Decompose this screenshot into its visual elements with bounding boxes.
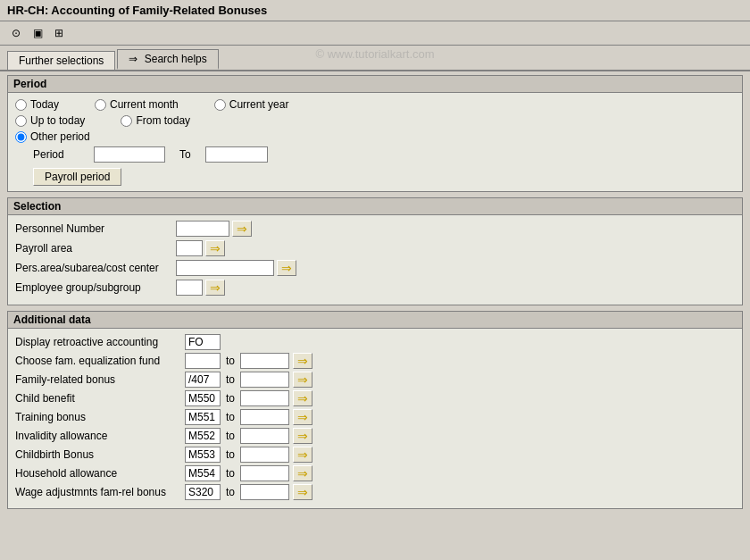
tab-search-helps[interactable]: ⇒ Search helps xyxy=(117,49,218,70)
selection-body: Personnel Number ⇒ Payroll area ⇒ Pers.a… xyxy=(8,215,742,305)
payroll-btn-row: Payroll period xyxy=(33,168,735,186)
to-label: To xyxy=(179,148,191,161)
sel-input-1[interactable] xyxy=(176,240,203,256)
additional-body: Display retroactive accountingChoose fam… xyxy=(8,329,742,508)
sel-label-2: Pers.area/subarea/cost center xyxy=(15,262,176,274)
sel-arrow-1[interactable]: ⇒ xyxy=(205,240,225,256)
add-input1-2[interactable] xyxy=(185,372,221,388)
add-arrow-2[interactable]: ⇒ xyxy=(293,372,312,388)
sel-row-2: Pers.area/subarea/cost center ⇒ xyxy=(15,260,735,276)
sel-input-0[interactable] xyxy=(176,221,229,237)
add-input2-6[interactable] xyxy=(240,447,289,463)
selection-section: Selection Personnel Number ⇒ Payroll are… xyxy=(7,197,743,305)
sel-arrow-0[interactable]: ⇒ xyxy=(232,221,252,237)
add-to-3: to xyxy=(226,392,235,405)
add-input2-7[interactable] xyxy=(240,465,289,481)
add-to-1: to xyxy=(226,355,235,367)
add-arrow-5[interactable]: ⇒ xyxy=(293,428,312,444)
add-input2-5[interactable] xyxy=(240,428,289,444)
radio-from-today[interactable]: From today xyxy=(121,114,190,127)
add-arrow-4[interactable]: ⇒ xyxy=(293,409,312,425)
add-label-0: Display retroactive accounting xyxy=(15,336,185,348)
add-to-8: to xyxy=(226,486,235,498)
save-icon[interactable]: ▣ xyxy=(29,24,46,42)
add-input2-2[interactable] xyxy=(240,372,289,388)
period-body: Today Current month Current year Up to t… xyxy=(8,93,742,191)
add-input1-4[interactable] xyxy=(185,409,221,425)
add-input1-0[interactable] xyxy=(185,334,221,350)
add-row-7: Household allowanceto⇒ xyxy=(15,465,735,481)
toolbar: ⊙ ▣ ⊞ xyxy=(0,21,750,46)
sel-row-1: Payroll area ⇒ xyxy=(15,240,735,256)
add-arrow-3[interactable]: ⇒ xyxy=(293,390,312,406)
tab-arrow-icon: ⇒ xyxy=(129,53,138,65)
add-label-2: Family-related bonus xyxy=(15,373,185,386)
additional-header: Additional data xyxy=(8,312,742,329)
add-label-4: Training bonus xyxy=(15,411,185,423)
add-input2-3[interactable] xyxy=(240,390,289,406)
sel-row-3: Employee group/subgroup ⇒ xyxy=(15,280,735,296)
sel-input-2[interactable] xyxy=(176,260,274,276)
period-row3: Other period xyxy=(15,130,735,143)
period-label: Period xyxy=(33,148,87,161)
add-input1-6[interactable] xyxy=(185,447,221,463)
title-bar: HR-CH: Accounting of Family-Related Bonu… xyxy=(0,0,750,21)
add-label-8: Wage adjustmnts fam-rel bonus xyxy=(15,486,185,498)
add-to-2: to xyxy=(226,373,235,386)
selection-header: Selection xyxy=(8,198,742,215)
add-arrow-6[interactable]: ⇒ xyxy=(293,447,312,463)
add-input1-8[interactable] xyxy=(185,484,221,500)
radio-current-month[interactable]: Current month xyxy=(95,98,179,111)
period-to-input[interactable] xyxy=(205,146,268,163)
period-section: Period Today Current month Current year xyxy=(7,75,743,192)
add-arrow-8[interactable]: ⇒ xyxy=(293,484,312,500)
radio-other-period[interactable]: Other period xyxy=(15,130,90,143)
add-arrow-7[interactable]: ⇒ xyxy=(293,465,312,481)
main-content: Period Today Current month Current year xyxy=(0,71,750,518)
add-row-6: Childbirth Bonusto⇒ xyxy=(15,447,735,463)
add-row-4: Training bonusto⇒ xyxy=(15,409,735,425)
sel-input-3[interactable] xyxy=(176,280,203,296)
radio-today[interactable]: Today xyxy=(15,98,59,111)
period-from-input[interactable] xyxy=(94,146,165,163)
add-row-2: Family-related bonusto⇒ xyxy=(15,372,735,388)
sel-arrow-3[interactable]: ⇒ xyxy=(205,280,225,296)
add-row-0: Display retroactive accounting xyxy=(15,334,735,350)
back-icon[interactable]: ⊙ xyxy=(7,24,25,42)
add-input2-1[interactable] xyxy=(240,353,289,369)
grid-icon[interactable]: ⊞ xyxy=(50,24,68,42)
period-from-row: Period To xyxy=(33,146,735,163)
add-label-3: Child benefit xyxy=(15,392,185,405)
add-row-3: Child benefitto⇒ xyxy=(15,390,735,406)
add-label-6: Childbirth Bonus xyxy=(15,448,185,461)
add-input1-7[interactable] xyxy=(185,465,221,481)
add-input1-1[interactable] xyxy=(185,353,221,369)
add-input1-3[interactable] xyxy=(185,390,221,406)
add-label-7: Household allowance xyxy=(15,467,185,480)
radio-current-year[interactable]: Current year xyxy=(214,98,289,111)
sel-label-1: Payroll area xyxy=(15,242,176,255)
tab-search-helps-label: Search helps xyxy=(145,53,207,65)
add-label-5: Invalidity allowance xyxy=(15,430,185,442)
period-row1: Today Current month Current year xyxy=(15,98,735,111)
radio-up-to-today[interactable]: Up to today xyxy=(15,114,85,127)
add-arrow-1[interactable]: ⇒ xyxy=(293,353,312,369)
add-input2-8[interactable] xyxy=(240,484,289,500)
period-header: Period xyxy=(8,76,742,93)
payroll-period-button[interactable]: Payroll period xyxy=(33,168,121,186)
add-input1-5[interactable] xyxy=(185,428,221,444)
add-to-4: to xyxy=(226,411,235,423)
sel-arrow-2[interactable]: ⇒ xyxy=(277,260,296,276)
add-to-5: to xyxy=(226,430,235,442)
add-to-7: to xyxy=(226,467,235,480)
additional-section: Additional data Display retroactive acco… xyxy=(7,311,743,509)
sel-label-3: Employee group/subgroup xyxy=(15,281,176,294)
tabs-bar: Further selections ⇒ Search helps xyxy=(0,46,750,71)
add-row-5: Invalidity allowanceto⇒ xyxy=(15,428,735,444)
add-row-8: Wage adjustmnts fam-rel bonusto⇒ xyxy=(15,484,735,500)
sel-label-0: Personnel Number xyxy=(15,222,176,235)
sel-row-0: Personnel Number ⇒ xyxy=(15,221,735,237)
add-input2-4[interactable] xyxy=(240,409,289,425)
page-title: HR-CH: Accounting of Family-Related Bonu… xyxy=(7,4,267,17)
tab-further-selections[interactable]: Further selections xyxy=(7,51,115,70)
